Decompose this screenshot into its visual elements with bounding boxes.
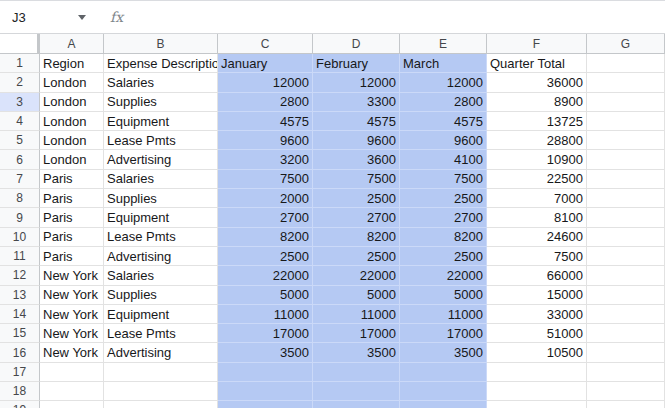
cell-C17[interactable] bbox=[218, 363, 313, 382]
cell-E12[interactable]: 22000 bbox=[400, 266, 487, 285]
cell-F15[interactable]: 51000 bbox=[487, 324, 587, 343]
cell-E8[interactable]: 2500 bbox=[400, 189, 487, 208]
cell-F18[interactable] bbox=[487, 382, 587, 401]
cell-E19[interactable] bbox=[400, 401, 487, 408]
cell-A18[interactable] bbox=[40, 382, 104, 401]
cell-F9[interactable]: 8100 bbox=[487, 208, 587, 227]
cell-F19[interactable] bbox=[487, 401, 587, 408]
cell-D9[interactable]: 2700 bbox=[313, 208, 400, 227]
cell-F4[interactable]: 13725 bbox=[487, 112, 587, 131]
row-header-19[interactable]: 19 bbox=[0, 401, 40, 408]
cell-D18[interactable] bbox=[313, 382, 400, 401]
cell-D15[interactable]: 17000 bbox=[313, 324, 400, 343]
row-header-6[interactable]: 6 bbox=[0, 150, 40, 169]
column-header-B[interactable]: B bbox=[104, 34, 218, 54]
row-header-3[interactable]: 3 bbox=[0, 93, 40, 112]
cell-D4[interactable]: 4575 bbox=[313, 112, 400, 131]
cell-A2[interactable]: London bbox=[40, 73, 104, 92]
cell-F8[interactable]: 7000 bbox=[487, 189, 587, 208]
cell-E3[interactable]: 2800 bbox=[400, 93, 487, 112]
cell-G11[interactable] bbox=[587, 247, 665, 266]
cell-B10[interactable]: Lease Pmts bbox=[104, 228, 218, 247]
cell-B2[interactable]: Salaries bbox=[104, 73, 218, 92]
row-header-4[interactable]: 4 bbox=[0, 112, 40, 131]
cell-D11[interactable]: 2500 bbox=[313, 247, 400, 266]
cell-G12[interactable] bbox=[587, 266, 665, 285]
cell-A12[interactable]: New York bbox=[40, 266, 104, 285]
cell-D19[interactable] bbox=[313, 401, 400, 408]
cell-C4[interactable]: 4575 bbox=[218, 112, 313, 131]
row-header-2[interactable]: 2 bbox=[0, 73, 40, 92]
cell-A1[interactable]: Region bbox=[40, 54, 104, 73]
cell-B12[interactable]: Salaries bbox=[104, 266, 218, 285]
cell-F12[interactable]: 66000 bbox=[487, 266, 587, 285]
cell-G6[interactable] bbox=[587, 150, 665, 169]
cell-F16[interactable]: 10500 bbox=[487, 343, 587, 362]
cell-A17[interactable] bbox=[40, 363, 104, 382]
cell-G4[interactable] bbox=[587, 112, 665, 131]
cell-A14[interactable]: New York bbox=[40, 305, 104, 324]
cell-D8[interactable]: 2500 bbox=[313, 189, 400, 208]
cell-F14[interactable]: 33000 bbox=[487, 305, 587, 324]
cell-F10[interactable]: 24600 bbox=[487, 228, 587, 247]
cell-A11[interactable]: Paris bbox=[40, 247, 104, 266]
row-header-15[interactable]: 15 bbox=[0, 324, 40, 343]
cell-E13[interactable]: 5000 bbox=[400, 286, 487, 305]
cell-C10[interactable]: 8200 bbox=[218, 228, 313, 247]
cell-C6[interactable]: 3200 bbox=[218, 150, 313, 169]
cell-E15[interactable]: 17000 bbox=[400, 324, 487, 343]
cell-G16[interactable] bbox=[587, 343, 665, 362]
row-header-13[interactable]: 13 bbox=[0, 286, 40, 305]
chevron-down-icon[interactable] bbox=[78, 15, 86, 20]
cell-E18[interactable] bbox=[400, 382, 487, 401]
cell-C5[interactable]: 9600 bbox=[218, 131, 313, 150]
cell-G3[interactable] bbox=[587, 93, 665, 112]
cell-B11[interactable]: Advertising bbox=[104, 247, 218, 266]
cell-G7[interactable] bbox=[587, 170, 665, 189]
cell-C3[interactable]: 2800 bbox=[218, 93, 313, 112]
cell-D14[interactable]: 11000 bbox=[313, 305, 400, 324]
cell-F5[interactable]: 28800 bbox=[487, 131, 587, 150]
cell-F7[interactable]: 22500 bbox=[487, 170, 587, 189]
cell-D6[interactable]: 3600 bbox=[313, 150, 400, 169]
cell-G9[interactable] bbox=[587, 208, 665, 227]
cell-E16[interactable]: 3500 bbox=[400, 343, 487, 362]
cell-G8[interactable] bbox=[587, 189, 665, 208]
cell-C19[interactable] bbox=[218, 401, 313, 408]
cell-G14[interactable] bbox=[587, 305, 665, 324]
cell-A9[interactable]: Paris bbox=[40, 208, 104, 227]
cell-E6[interactable]: 4100 bbox=[400, 150, 487, 169]
cell-F11[interactable]: 7500 bbox=[487, 247, 587, 266]
cell-C8[interactable]: 2000 bbox=[218, 189, 313, 208]
cell-A5[interactable]: London bbox=[40, 131, 104, 150]
cell-A6[interactable]: London bbox=[40, 150, 104, 169]
cell-E7[interactable]: 7500 bbox=[400, 170, 487, 189]
cell-C7[interactable]: 7500 bbox=[218, 170, 313, 189]
column-header-D[interactable]: D bbox=[313, 34, 400, 54]
cell-C2[interactable]: 12000 bbox=[218, 73, 313, 92]
column-header-C[interactable]: C bbox=[218, 34, 313, 54]
cell-F17[interactable] bbox=[487, 363, 587, 382]
cell-B3[interactable]: Supplies bbox=[104, 93, 218, 112]
row-header-9[interactable]: 9 bbox=[0, 208, 40, 227]
cell-B18[interactable] bbox=[104, 382, 218, 401]
cell-B9[interactable]: Equipment bbox=[104, 208, 218, 227]
cell-B13[interactable]: Supplies bbox=[104, 286, 218, 305]
row-header-1[interactable]: 1 bbox=[0, 54, 40, 73]
name-box[interactable]: J3 bbox=[12, 10, 90, 25]
row-header-8[interactable]: 8 bbox=[0, 189, 40, 208]
cell-B16[interactable]: Advertising bbox=[104, 343, 218, 362]
cell-C12[interactable]: 22000 bbox=[218, 266, 313, 285]
row-header-11[interactable]: 11 bbox=[0, 247, 40, 266]
cell-E1[interactable]: March bbox=[400, 54, 487, 73]
cell-C9[interactable]: 2700 bbox=[218, 208, 313, 227]
cell-G10[interactable] bbox=[587, 228, 665, 247]
cell-E2[interactable]: 12000 bbox=[400, 73, 487, 92]
cell-A8[interactable]: Paris bbox=[40, 189, 104, 208]
cell-C14[interactable]: 11000 bbox=[218, 305, 313, 324]
cell-D7[interactable]: 7500 bbox=[313, 170, 400, 189]
cell-A13[interactable]: New York bbox=[40, 286, 104, 305]
cell-D2[interactable]: 12000 bbox=[313, 73, 400, 92]
cell-G5[interactable] bbox=[587, 131, 665, 150]
cell-A7[interactable]: Paris bbox=[40, 170, 104, 189]
